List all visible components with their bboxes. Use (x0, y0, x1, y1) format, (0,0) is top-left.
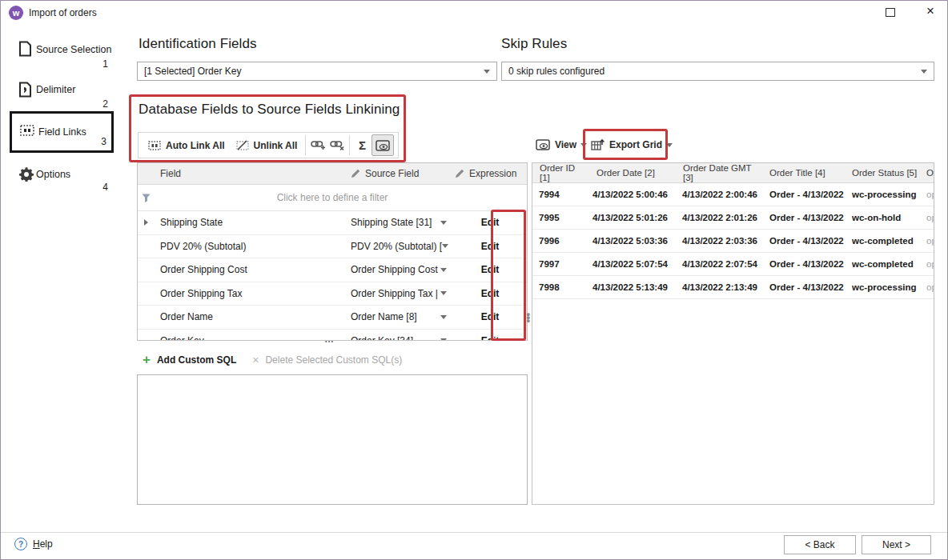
chevron-down-icon (442, 244, 448, 248)
edit-expression-button[interactable]: Edit (481, 335, 500, 341)
edit-expression-button[interactable]: Edit (481, 311, 500, 322)
column-header-order-title[interactable]: Order Title [4] (762, 168, 846, 178)
linking-section-title: Database Fields to Source Fields Linkini… (139, 102, 400, 118)
table-row[interactable]: 79974/13/2022 5:07:54 4/13/2022 2:07:54O… (532, 253, 934, 276)
source-field-select[interactable]: Order Key [34] (351, 335, 453, 341)
chevron-down-icon (921, 70, 927, 74)
export-grid-button[interactable]: Export Grid (591, 134, 673, 155)
auto-link-all-button[interactable]: Auto Link All (143, 134, 231, 156)
sidebar-item-options[interactable]: Options (36, 169, 70, 180)
sum-expression-button[interactable]: Σ (352, 134, 372, 156)
skip-rules-title: Skip Rules (501, 36, 567, 52)
column-header-order-status[interactable]: Order Status [5] (846, 168, 922, 178)
document-icon (18, 41, 32, 57)
source-field-select[interactable]: Order Name [8] (351, 311, 453, 322)
table-row[interactable]: 79984/13/2022 5:13:49 4/13/2022 2:13:49O… (532, 276, 934, 299)
column-header-expression[interactable]: Expression (453, 168, 527, 179)
column-header-field[interactable]: Field (155, 168, 351, 179)
step-number: 3 (95, 136, 106, 147)
remove-link-button[interactable] (327, 134, 347, 156)
table-row[interactable]: 79954/13/2022 5:01:26 4/13/2022 2:01:26O… (532, 206, 934, 230)
add-custom-sql-button[interactable]: Add Custom SQL (157, 354, 236, 366)
edit-expression-button[interactable]: Edit (481, 241, 500, 252)
gear-icon (18, 166, 34, 182)
toolbar-separator (305, 135, 306, 155)
source-field-select[interactable]: Shipping State [31] (351, 217, 453, 228)
table-row[interactable]: 79944/13/2022 5:00:46 4/13/2022 2:00:46O… (532, 183, 934, 206)
help-link[interactable]: ? Help (14, 538, 53, 550)
pencil-icon (455, 169, 464, 178)
source-field-select[interactable]: PDV 20% (Subtotal) [ (351, 241, 453, 252)
import-orders-window: w Import of orders × Source Selection 1 … (0, 0, 948, 560)
field-links-grid-header: Field Source Field Expression (138, 163, 527, 185)
skip-rules-select[interactable]: 0 skip rules configured (501, 62, 934, 81)
delete-custom-sql-button[interactable]: Delete Selected Custom SQL(s) (265, 354, 402, 366)
source-field-select[interactable]: Order Shipping Tax | (351, 288, 453, 299)
field-links-grid: Field Source Field Expression Click here… (137, 162, 528, 341)
orders-grid-header: Order ID [1] Order Date [2] Order Date G… (532, 163, 934, 183)
pencil-icon (351, 169, 360, 178)
export-grid-icon (591, 138, 605, 151)
linking-toolbar: Auto Link All Unlink All Σ (138, 132, 399, 158)
identification-fields-title: Identification Fields (139, 36, 257, 52)
chevron-down-icon (440, 268, 447, 272)
table-row[interactable]: 79964/13/2022 5:03:36 4/13/2022 2:03:36O… (532, 230, 934, 253)
filter-row[interactable]: Click here to define a filter (138, 185, 527, 211)
step-number: 2 (97, 98, 108, 110)
chevron-down-icon (666, 143, 673, 147)
edit-expression-button[interactable]: Edit (481, 264, 500, 275)
next-button[interactable]: Next > (862, 535, 931, 554)
preview-toggle-button[interactable] (372, 134, 394, 156)
sidebar-item-field-links[interactable]: Field Links (38, 126, 86, 138)
sidebar-item-source-selection[interactable]: Source Selection (36, 44, 112, 55)
toolbar-separator (349, 135, 350, 155)
custom-sql-actions: + Add Custom SQL × Delete Selected Custo… (143, 353, 402, 366)
table-row[interactable]: Shipping State Shipping State [31] Edit (138, 211, 527, 235)
table-row[interactable]: Order Shipping Cost Order Shipping Cost … (138, 258, 527, 282)
row-indicator-icon (144, 219, 148, 226)
window-title: Import of orders (29, 7, 97, 18)
footer-divider (1, 532, 947, 533)
help-label: elp (40, 538, 53, 550)
auto-link-icon (148, 141, 161, 150)
field-links-icon (20, 125, 34, 136)
custom-sql-textarea[interactable] (137, 374, 528, 505)
column-header-source-field[interactable]: Source Field (351, 168, 453, 179)
column-header-clipped[interactable]: O (922, 168, 934, 178)
delimiter-icon (18, 82, 32, 98)
sidebar-item-delimiter[interactable]: Delimiter (36, 84, 75, 95)
chevron-down-icon (440, 291, 447, 295)
grid-resize-handle[interactable]: … (324, 334, 335, 345)
help-icon: ? (14, 538, 27, 550)
chevron-down-icon (580, 143, 587, 147)
step-number: 4 (97, 182, 108, 193)
table-row[interactable]: PDV 20% (Subtotal) PDV 20% (Subtotal) [ … (138, 235, 527, 259)
column-header-order-id[interactable]: Order ID [1] (532, 163, 586, 182)
close-button[interactable]: × (922, 2, 939, 21)
delete-icon: × (252, 354, 259, 366)
eye-icon (536, 139, 550, 150)
edit-expression-button[interactable]: Edit (481, 217, 500, 228)
table-row[interactable]: Order Name Order Name [8] Edit (138, 306, 527, 330)
filter-placeholder: Click here to define a filter (155, 192, 527, 203)
column-header-order-date-gmt[interactable]: Order Date GMT [3] (673, 163, 762, 182)
unlink-all-button[interactable]: Unlink All (231, 134, 303, 156)
filter-funnel-icon (138, 194, 155, 202)
scrollbar-thumb[interactable]: ●●● (526, 313, 530, 322)
column-header-order-date[interactable]: Order Date [2] (586, 168, 673, 178)
back-button[interactable]: < Back (784, 535, 856, 554)
table-row[interactable]: Order Shipping Tax Order Shipping Tax | … (138, 282, 527, 306)
step-number: 1 (97, 58, 108, 70)
view-button[interactable]: View (536, 134, 587, 155)
chevron-down-icon (484, 70, 490, 74)
chevron-down-icon (440, 315, 447, 319)
orders-preview-grid: Order ID [1] Order Date [2] Order Date G… (532, 162, 934, 505)
add-link-button[interactable] (308, 134, 327, 156)
unlink-icon (236, 140, 249, 150)
edit-expression-button[interactable]: Edit (481, 288, 500, 299)
identification-fields-select[interactable]: [1 Selected] Order Key (137, 62, 497, 81)
plus-icon: + (143, 353, 151, 366)
chevron-down-icon (440, 338, 447, 341)
maximize-button[interactable] (886, 8, 895, 17)
source-field-select[interactable]: Order Shipping Cost (351, 264, 453, 275)
